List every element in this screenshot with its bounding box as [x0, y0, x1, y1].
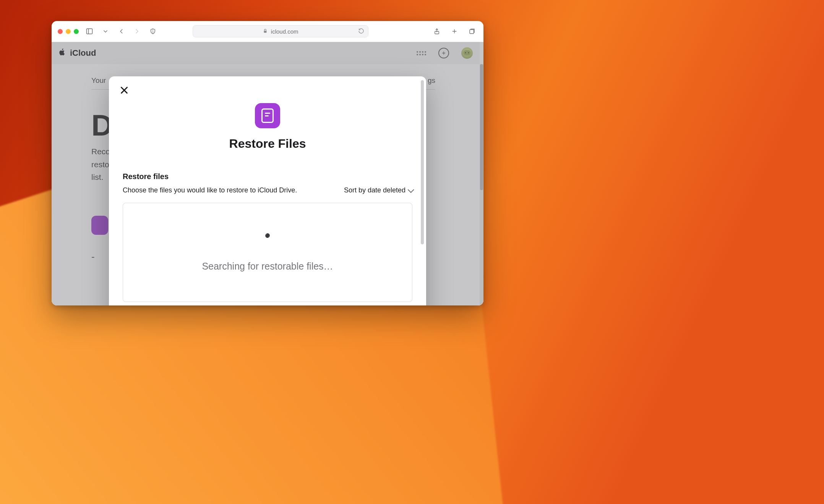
restore-files-modal: Restore Files Restore files Choose the f…	[109, 76, 426, 305]
window-titlebar: icloud.com	[52, 21, 483, 42]
modal-scrollbar[interactable]	[421, 80, 424, 244]
loading-spinner-icon	[260, 233, 276, 249]
safari-window: icloud.com iCloud	[52, 21, 483, 305]
address-bar[interactable]: icloud.com	[193, 25, 368, 37]
privacy-shield-button[interactable]	[148, 26, 158, 37]
window-close-button[interactable]	[58, 29, 63, 34]
window-zoom-button[interactable]	[74, 29, 79, 34]
webpage-viewport: iCloud Your gs D Reco resto list.	[52, 42, 483, 305]
close-button[interactable]	[119, 85, 130, 95]
section-title: Restore files	[123, 172, 412, 181]
section-description: Choose the files you would like to resto…	[123, 186, 297, 194]
svg-rect-0	[87, 29, 92, 34]
tab-group-menu-button[interactable]	[100, 26, 111, 37]
address-bar-url: icloud.com	[271, 28, 298, 35]
new-tab-button[interactable]	[449, 26, 460, 37]
forward-button[interactable]	[131, 26, 142, 37]
restore-files-icon	[255, 103, 280, 128]
restorable-files-panel: Searching for restorable files…	[123, 203, 412, 302]
svg-rect-2	[264, 31, 266, 32]
tab-overview-button[interactable]	[467, 26, 477, 37]
window-minimize-button[interactable]	[66, 29, 71, 34]
window-controls	[58, 29, 79, 34]
modal-title: Restore Files	[123, 137, 412, 151]
back-button[interactable]	[116, 26, 127, 37]
sidebar-toggle-button[interactable]	[84, 26, 95, 37]
sort-dropdown[interactable]: Sort by date deleted	[344, 186, 412, 194]
svg-rect-6	[470, 30, 474, 34]
reload-button[interactable]	[358, 28, 364, 35]
loading-status-text: Searching for restorable files…	[202, 261, 333, 272]
chevron-down-icon	[408, 186, 414, 193]
share-button[interactable]	[431, 26, 442, 37]
lock-icon	[263, 28, 268, 35]
sort-label: Sort by date deleted	[344, 186, 406, 194]
